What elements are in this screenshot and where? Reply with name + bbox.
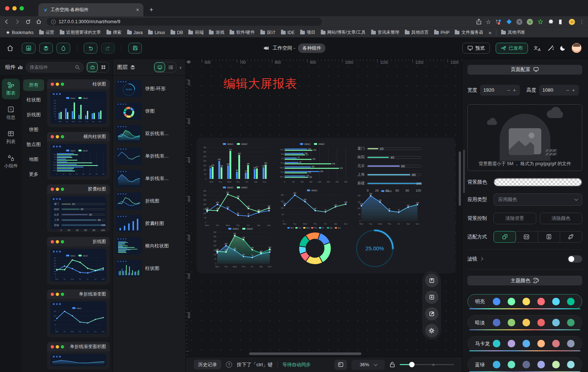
layer-item-pie[interactable]: 饼图 (116, 103, 182, 120)
app-home-icon[interactable] (7, 45, 14, 52)
bookmarks-manager[interactable]: ★Bookmarks (4, 30, 35, 35)
width-stepper[interactable]: 1920 − + (480, 85, 520, 96)
extension-green-circle-icon[interactable] (527, 19, 533, 25)
shortcut-panel-icon[interactable] (335, 360, 347, 370)
list-view-button[interactable] (165, 62, 176, 72)
grid-view-button[interactable] (98, 62, 109, 72)
preview-button[interactable]: 预览 (462, 43, 490, 54)
help-icon[interactable]: ? (226, 361, 232, 368)
search-input[interactable] (30, 65, 73, 70)
apply-type-select[interactable]: 应用颜色 (494, 193, 582, 206)
layer-item-bar[interactable]: 柱状图 (116, 260, 182, 277)
filter-toggle[interactable] (568, 255, 582, 263)
undo-button[interactable] (84, 43, 97, 54)
category-more[interactable]: 更多 (23, 168, 44, 180)
extension-star-icon[interactable] (537, 19, 543, 25)
share-icon[interactable] (476, 19, 482, 25)
line-chart-widget[interactable]: data1data2050100150200250300350MonTueWed… (201, 185, 273, 227)
clear-background-button[interactable]: 清除背景 (494, 213, 536, 224)
layer-item-capsule[interactable]: 胶囊柱图 (116, 215, 182, 232)
zoom-level-select[interactable]: 36% (352, 360, 385, 370)
url-bar[interactable]: i 127.0.0.1:3000/#/chart/home/9 (47, 18, 322, 26)
bookmark-folder[interactable]: 其他语言 (403, 29, 430, 35)
bookmark-folder[interactable]: 网站/博客/文章/工具 (319, 29, 367, 35)
profile-avatar-icon[interactable] (569, 19, 575, 25)
settings-gear-icon[interactable] (425, 324, 438, 337)
dashboard-artboard[interactable]: data1data2050100150200250300350MonTueWed… (197, 138, 455, 273)
theme-color-header[interactable]: 主题颜色 (467, 276, 582, 285)
charts-panel-button[interactable] (22, 43, 35, 54)
bookmark-folder[interactable]: DB (169, 30, 185, 35)
layer-item-ring-pie[interactable]: 25.00%饼图-环形 (116, 80, 182, 97)
extension-pin-icon[interactable]: 9 (495, 19, 501, 25)
fit-auto-button[interactable] (494, 231, 516, 243)
height-value[interactable]: 1080 (542, 87, 564, 93)
browser-tab[interactable]: 工作空间-各种组件 × (38, 3, 143, 16)
bookmark-folder[interactable]: 前端 (187, 29, 205, 35)
new-tab-button[interactable]: + (146, 5, 156, 15)
magic-wand-icon[interactable] (547, 45, 554, 51)
collapse-panel-icon[interactable]: ‹ (178, 64, 182, 70)
height-decrease-button[interactable]: − (566, 87, 570, 93)
export-button[interactable] (425, 274, 438, 287)
height-increase-button[interactable]: + (571, 87, 576, 93)
fit-width-button[interactable] (516, 231, 538, 242)
pie-chart-widget[interactable]: MonTueWedThuFriSatSun (286, 226, 344, 269)
category-bar[interactable]: 柱状图 (23, 94, 44, 106)
component-card-hbar[interactable]: 横向柱状图 data1data2050100150200250300350Mon… (47, 132, 110, 180)
zoom-slider-handle[interactable] (409, 362, 415, 367)
home-icon[interactable] (36, 19, 42, 25)
extensions-puzzle-icon[interactable] (548, 19, 554, 25)
reload-icon[interactable] (25, 19, 31, 25)
component-card-bar[interactable]: 柱状图 data1data2050100150200250300350MonTu… (47, 79, 110, 127)
height-stepper[interactable]: 1080 − + (539, 85, 579, 96)
bookmark-folder[interactable]: PHP (433, 30, 451, 35)
browser-menu-icon[interactable]: ⋮ (579, 19, 584, 25)
layer-item-single-gradient-line[interactable]: 单折线渐… (116, 147, 182, 165)
nav-item-list[interactable]: 列表 (2, 127, 20, 148)
screen-title-text[interactable]: 编辑大屏报表 (223, 76, 297, 92)
panel-scrollbar[interactable] (463, 150, 465, 193)
ring-progress-widget[interactable]: 25.00% (353, 228, 396, 269)
theme-row-bluegreen[interactable]: 蓝绿 (467, 357, 582, 372)
bookmark-folder[interactable]: 近期需要读的文章 (58, 29, 102, 35)
edit-button[interactable] (425, 307, 438, 321)
bookmark-folder[interactable]: 软件/硬件 (228, 29, 256, 35)
component-card-gradient-line[interactable]: 单折线渐变图 data1050100150200MonTueWedThuFriS… (47, 289, 110, 337)
bookmark-folder[interactable]: IDE (280, 30, 296, 35)
theme-row-dim[interactable]: 暗淡 (467, 315, 582, 330)
dark-mode-moon-icon[interactable] (560, 45, 566, 51)
back-icon[interactable] (4, 19, 9, 25)
background-upload-dropzone[interactable]: 背景图需小于 5M ， 格式为 png/jpg/gif 的文件 (467, 104, 582, 171)
tab-close-icon[interactable]: × (136, 7, 139, 13)
bg-color-swatch[interactable] (494, 178, 582, 187)
thumbnail-view-button[interactable] (154, 62, 165, 72)
toggle-rulers-eye-icon[interactable] (186, 59, 192, 65)
bookmarks-overflow-icon[interactable]: » (487, 30, 493, 35)
project-name-badge[interactable]: 各种组件 (298, 43, 326, 53)
extension-circle-icon[interactable]: ● (516, 19, 522, 25)
fit-stretch-button[interactable] (560, 231, 582, 242)
gradient-line-widget[interactable]: data1050100150200MonTueWedThuFriSatSun12… (278, 188, 349, 225)
chevron-right-icon[interactable] (480, 257, 483, 261)
capsule-chart-widget[interactable]: 厦门20南阳40北京60上海80新疆100020406080100 (355, 144, 421, 188)
design-canvas[interactable]: 6007008009001000110012001300 20030040050… (186, 59, 462, 372)
clear-color-button[interactable]: 清除颜色 (540, 213, 583, 224)
other-bookmarks[interactable]: 其他书签 (500, 29, 526, 35)
zoom-slider[interactable] (400, 364, 454, 365)
page-config-header[interactable]: 页面配置 (467, 65, 582, 75)
category-all[interactable]: 所有 (23, 79, 44, 91)
bar-chart-widget[interactable]: data1data2050100150200250300350MonTueWed… (201, 142, 273, 183)
lock-scale-icon[interactable] (390, 361, 395, 368)
layer-item-hbar[interactable]: 横向柱状图 (116, 237, 182, 255)
publish-button[interactable]: 已发布 (496, 43, 528, 54)
component-card-gradient-area[interactable]: 单折线渐变面积图 (47, 342, 110, 369)
site-info-icon[interactable]: i (51, 20, 56, 24)
user-avatar[interactable] (572, 43, 581, 53)
forward-icon[interactable] (14, 19, 20, 25)
zoom-window-button[interactable] (20, 6, 24, 11)
bookmark-folder[interactable]: 运营 (38, 29, 56, 35)
category-map[interactable]: 地图 (23, 154, 44, 165)
vertical-scrollbar[interactable] (459, 151, 461, 206)
width-decrease-button[interactable]: − (507, 87, 511, 93)
